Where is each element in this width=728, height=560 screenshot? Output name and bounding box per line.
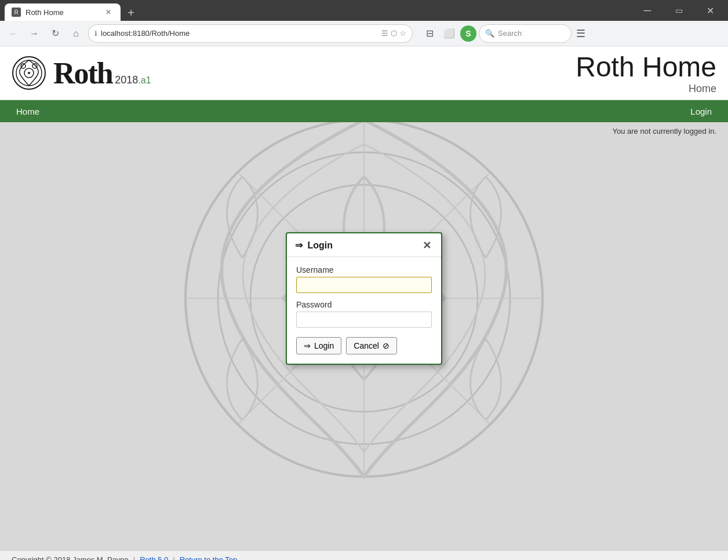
footer-separator-1: | bbox=[133, 555, 135, 560]
dialog-title-icon: ⇒ bbox=[295, 240, 303, 250]
dialog-header: ⇒ Login ✕ bbox=[287, 233, 441, 257]
user-avatar[interactable]: S bbox=[460, 25, 476, 42]
password-input[interactable] bbox=[296, 312, 432, 328]
browser-titlebar: R Roth Home ✕ + ─ ▭ ✕ bbox=[0, 0, 728, 21]
forward-button[interactable]: → bbox=[26, 25, 43, 42]
restore-button[interactable]: ▭ bbox=[665, 1, 692, 20]
pocket-icon[interactable]: ⬡ bbox=[391, 29, 397, 38]
tab-close-button[interactable]: ✕ bbox=[103, 7, 114, 17]
login-dialog: ⇒ Login ✕ Username Password ⇒ Login bbox=[286, 232, 442, 365]
footer-version-link[interactable]: Roth 5.0 bbox=[140, 555, 168, 560]
page-content: Roth 2018.a1 Roth Home Home Home Login Y… bbox=[0, 46, 728, 550]
tab-bar: R Roth Home ✕ + bbox=[5, 0, 139, 21]
close-window-button[interactable]: ✕ bbox=[697, 1, 723, 20]
cancel-button[interactable]: Cancel ⊘ bbox=[346, 337, 397, 354]
tab-manager-button[interactable]: ⬜ bbox=[441, 25, 458, 42]
dialog-close-button[interactable]: ✕ bbox=[420, 239, 433, 252]
login-button[interactable]: ⇒ Login bbox=[296, 337, 341, 354]
toolbar-actions: ⊟ ⬜ S 🔍 Search ☰ bbox=[421, 24, 588, 43]
login-label: Login bbox=[314, 341, 334, 350]
reload-button[interactable]: ↻ bbox=[46, 25, 64, 42]
dialog-body: Username Password ⇒ Login Cancel ⊘ bbox=[287, 257, 441, 364]
cancel-icon: ⊘ bbox=[383, 341, 390, 350]
footer-separator-2: | bbox=[173, 555, 174, 560]
footer-copyright: Copyright © 2018 James M. Payne bbox=[12, 555, 129, 560]
browser-menu-button[interactable]: ☰ bbox=[574, 25, 588, 42]
tab-favicon: R bbox=[12, 8, 21, 17]
security-icon: ℹ bbox=[94, 30, 97, 38]
dialog-footer: ⇒ Login Cancel ⊘ bbox=[296, 335, 432, 354]
browser-chrome: R Roth Home ✕ + ─ ▭ ✕ ← → ↻ ⌂ ℹ localhos… bbox=[0, 0, 728, 46]
reader-view-icon[interactable]: ☰ bbox=[381, 29, 388, 38]
address-actions: ☰ ⬡ ☆ bbox=[381, 29, 406, 38]
search-icon: 🔍 bbox=[485, 29, 494, 38]
bookmark-icon[interactable]: ☆ bbox=[399, 29, 406, 38]
cancel-label: Cancel bbox=[354, 341, 379, 350]
password-group: Password bbox=[296, 300, 432, 328]
minimize-button[interactable]: ─ bbox=[634, 1, 661, 20]
dialog-overlay: ⇒ Login ✕ Username Password ⇒ Login bbox=[0, 46, 728, 550]
address-bar[interactable]: ℹ localhost:8180/Roth/Home ☰ ⬡ ☆ bbox=[88, 24, 413, 43]
dialog-title-text: Login bbox=[307, 240, 333, 250]
password-label: Password bbox=[296, 300, 432, 309]
site-footer: Copyright © 2018 James M. Payne | Roth 5… bbox=[0, 550, 728, 560]
login-icon: ⇒ bbox=[304, 341, 311, 350]
search-box[interactable]: 🔍 Search bbox=[479, 24, 572, 43]
home-button[interactable]: ⌂ bbox=[67, 25, 85, 42]
username-input[interactable] bbox=[296, 277, 432, 293]
browser-toolbar: ← → ↻ ⌂ ℹ localhost:8180/Roth/Home ☰ ⬡ ☆… bbox=[0, 21, 728, 46]
url-text: localhost:8180/Roth/Home bbox=[101, 29, 378, 38]
footer-return-link[interactable]: Return to the Top bbox=[180, 555, 238, 560]
back-button[interactable]: ← bbox=[5, 25, 22, 42]
dialog-title: ⇒ Login bbox=[295, 240, 333, 251]
new-tab-button[interactable]: + bbox=[123, 5, 139, 21]
sidebar-button[interactable]: ⊟ bbox=[421, 25, 438, 42]
username-group: Username bbox=[296, 265, 432, 293]
search-placeholder: Search bbox=[498, 29, 522, 38]
username-label: Username bbox=[296, 265, 432, 274]
tab-title: Roth Home bbox=[26, 8, 64, 17]
active-tab[interactable]: R Roth Home ✕ bbox=[5, 3, 121, 21]
